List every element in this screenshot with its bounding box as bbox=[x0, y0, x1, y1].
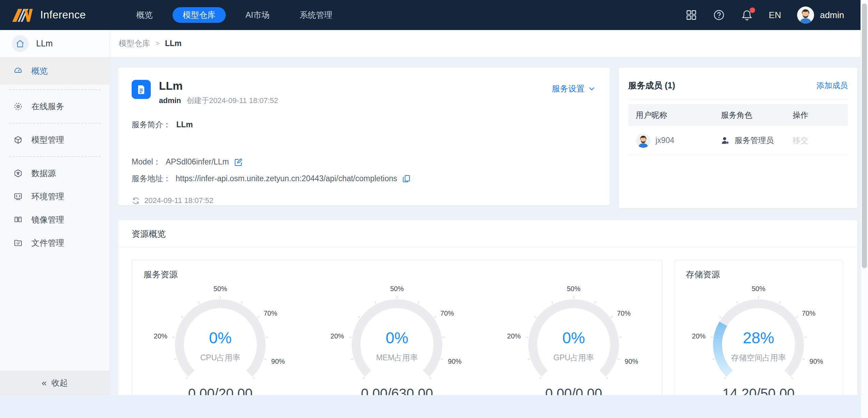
apps-grid-icon[interactable] bbox=[686, 9, 697, 21]
service-doc-icon bbox=[132, 80, 151, 99]
notifications-bell-icon[interactable] bbox=[741, 9, 753, 21]
service-members-card: 服务成员 (1) 添加成员 用户昵称 服务角色 操作 bbox=[619, 68, 857, 208]
sidebar-collapse-button[interactable]: « 收起 bbox=[0, 371, 109, 395]
svg-text:90%: 90% bbox=[809, 358, 823, 365]
service-info-card: LLm admin 创建于2024-09-11 18:07:52 服务设置 服务… bbox=[118, 68, 610, 205]
refresh-icon[interactable] bbox=[132, 197, 140, 205]
nav-item-overview[interactable]: 概览 bbox=[126, 7, 163, 23]
breadcrumb-parent[interactable]: 模型仓库 bbox=[119, 38, 150, 49]
sidebar-item-model-management[interactable]: 模型管理 bbox=[0, 128, 109, 152]
service-created-time: 创建于2024-09-11 18:07:52 bbox=[187, 96, 278, 105]
sidebar-item-data-source[interactable]: 数据源 bbox=[0, 162, 109, 185]
service-settings-dropdown[interactable]: 服务设置 bbox=[552, 83, 595, 94]
storage-resource-title: 存储资源 bbox=[674, 269, 843, 280]
service-intro-line: 服务简介：LLm bbox=[132, 119, 596, 130]
resource-overview-card: 资源概览 服务资源 20%50%70%90% 0% CPU占用率 0.0 bbox=[118, 220, 857, 395]
svg-text:GPU占用率: GPU占用率 bbox=[554, 353, 594, 362]
container-image-icon bbox=[14, 215, 23, 224]
service-title: LLm bbox=[159, 80, 278, 92]
nav-item-ai-market[interactable]: AI市场 bbox=[235, 7, 280, 23]
add-member-button[interactable]: 添加成员 bbox=[816, 80, 848, 91]
svg-text:0%: 0% bbox=[562, 329, 585, 347]
svg-text:20%: 20% bbox=[507, 332, 521, 340]
folder-files-icon bbox=[14, 239, 23, 247]
svg-text:50%: 50% bbox=[214, 285, 227, 292]
service-resource-box: 服务资源 20%50%70%90% 0% CPU占用率 0.00/20.00 占… bbox=[132, 260, 662, 395]
storage-usage-gauge: 20%50%70%90% 28% 存储空间占用率 14.20/50.00 占用量… bbox=[690, 282, 827, 395]
breadcrumb-current: LLm bbox=[165, 39, 182, 48]
edit-model-icon[interactable] bbox=[234, 157, 243, 167]
role-person-star-icon bbox=[721, 136, 730, 145]
brand-name: Inference bbox=[40, 9, 86, 21]
vertical-scrollbar[interactable] bbox=[860, 0, 868, 418]
sidebar-divider bbox=[9, 123, 101, 124]
data-source-icon bbox=[14, 169, 23, 178]
cpu-usage-gauge: 20%50%70%90% 0% CPU占用率 0.00/20.00 占用量/限额… bbox=[152, 282, 289, 395]
user-menu[interactable]: admin bbox=[797, 6, 844, 24]
user-avatar bbox=[797, 6, 814, 24]
refresh-time: 2024-09-11 18:07:52 bbox=[144, 196, 214, 205]
collapse-icon: « bbox=[42, 378, 46, 388]
sidebar-service-header[interactable]: LLm bbox=[0, 30, 109, 57]
online-service-icon bbox=[14, 102, 23, 111]
breadcrumb-separator: > bbox=[156, 40, 160, 47]
nav-item-system-admin[interactable]: 系统管理 bbox=[289, 7, 342, 23]
cube-icon bbox=[14, 135, 23, 144]
svg-text:CPU占用率: CPU占用率 bbox=[200, 353, 240, 362]
svg-text:50%: 50% bbox=[752, 285, 765, 292]
main-nav: 概览 模型仓库 AI市场 系统管理 bbox=[126, 7, 343, 23]
svg-text:20%: 20% bbox=[692, 332, 706, 340]
members-table-header: 用户昵称 服务角色 操作 bbox=[628, 104, 848, 126]
main-content: 模型仓库 > LLm LLm bbox=[110, 30, 868, 395]
service-intro-value: LLm bbox=[176, 120, 193, 129]
language-switch[interactable]: EN bbox=[769, 10, 781, 20]
sidebar-item-image-management[interactable]: 镜像管理 bbox=[0, 208, 109, 231]
page-bottom-strip bbox=[0, 395, 868, 418]
transfer-action[interactable]: 移交 bbox=[793, 135, 808, 146]
resource-overview-title: 资源概览 bbox=[132, 228, 844, 240]
svg-text:存储空间占用率: 存储空间占用率 bbox=[731, 353, 786, 362]
top-navbar: Inference 概览 模型仓库 AI市场 系统管理 bbox=[0, 0, 868, 30]
help-icon[interactable] bbox=[713, 9, 725, 21]
member-name: jx904 bbox=[656, 136, 674, 145]
notification-badge bbox=[750, 8, 755, 13]
sidebar-item-overview[interactable]: 概览 bbox=[0, 57, 109, 85]
member-role: 服务管理员 bbox=[735, 135, 774, 146]
code-environment-icon bbox=[14, 192, 23, 201]
nav-item-model-repo[interactable]: 模型仓库 bbox=[173, 7, 226, 23]
scroll-area: LLm admin 创建于2024-09-11 18:07:52 服务设置 服务… bbox=[110, 57, 868, 395]
svg-text:70%: 70% bbox=[802, 309, 815, 317]
svg-text:MEM占用率: MEM占用率 bbox=[376, 353, 418, 362]
service-address-line: 服务地址： https://infer-api.osm.unite.zetyun… bbox=[132, 173, 596, 184]
svg-text:28%: 28% bbox=[743, 329, 774, 347]
service-address-value: https://infer-api.osm.unite.zetyun.cn:20… bbox=[176, 174, 397, 183]
svg-text:20%: 20% bbox=[330, 332, 344, 340]
svg-text:70%: 70% bbox=[264, 309, 277, 317]
scrollbar-thumb[interactable] bbox=[862, 3, 867, 268]
svg-text:50%: 50% bbox=[390, 285, 404, 292]
sidebar-item-file-management[interactable]: 文件管理 bbox=[0, 231, 109, 255]
brand[interactable]: Inference bbox=[12, 7, 86, 23]
service-model-value: APSdl06infer/LLm bbox=[166, 157, 229, 167]
member-avatar bbox=[636, 133, 651, 148]
svg-text:70%: 70% bbox=[440, 309, 454, 317]
svg-text:20%: 20% bbox=[154, 332, 167, 340]
svg-text:50%: 50% bbox=[567, 285, 580, 292]
members-table: 用户昵称 服务角色 操作 bbox=[628, 104, 848, 155]
copy-address-icon[interactable] bbox=[402, 174, 411, 184]
sidebar-item-online-service[interactable]: 在线服务 bbox=[0, 95, 109, 118]
mem-usage-gauge: 20%50%70%90% 0% MEM占用率 0.00/630.00 占用量/限… bbox=[329, 282, 465, 395]
sidebar-divider bbox=[9, 89, 101, 90]
gpu-usage-gauge: 20%50%70%90% 0% GPU占用率 0.00/0.00 占用量/限额 … bbox=[505, 282, 642, 395]
refresh-time-line: 2024-09-11 18:07:52 bbox=[132, 196, 596, 205]
svg-text:90%: 90% bbox=[271, 358, 285, 365]
dashboard-icon bbox=[14, 67, 23, 75]
brand-logo-icon bbox=[12, 7, 33, 23]
member-row: jx904 服务管理员 bbox=[628, 126, 848, 155]
service-creator: admin bbox=[159, 96, 181, 105]
sidebar-divider bbox=[9, 156, 101, 157]
divider bbox=[118, 247, 857, 247]
service-model-line: Model： APSdl06infer/LLm bbox=[132, 157, 596, 167]
sidebar: LLm 概览 在线服务 模型管理 bbox=[0, 30, 110, 395]
sidebar-item-environment-management[interactable]: 环境管理 bbox=[0, 185, 109, 208]
